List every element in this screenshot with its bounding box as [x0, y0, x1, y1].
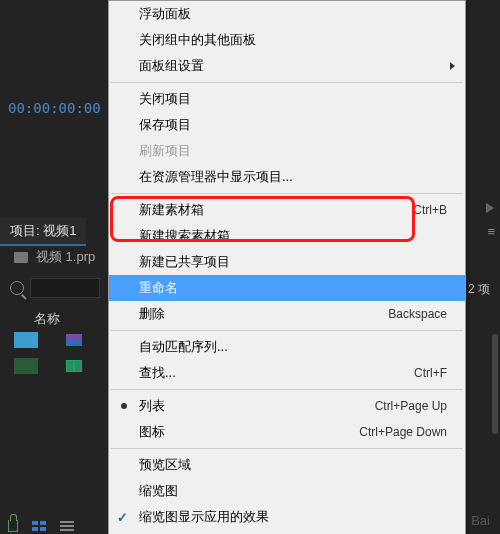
menu-list-view[interactable]: 列表Ctrl+Page Up — [109, 393, 465, 419]
search-input[interactable] — [30, 278, 100, 298]
menu-auto-match-seq[interactable]: 自动匹配序列... — [109, 334, 465, 360]
menu-separator — [111, 448, 463, 449]
menu-close-project[interactable]: 关闭项目 — [109, 86, 465, 112]
list-view-icon[interactable] — [32, 521, 46, 531]
search-icon[interactable] — [10, 281, 24, 295]
clip-thumbnail[interactable] — [14, 332, 38, 348]
scrollbar[interactable] — [492, 334, 498, 434]
menu-preview-area[interactable]: 预览区域 — [109, 452, 465, 478]
lock-icon[interactable] — [8, 520, 18, 532]
menu-delete[interactable]: 删除Backspace — [109, 301, 465, 327]
project-tab[interactable]: 项目: 视频1 — [0, 218, 86, 246]
chevron-right-icon — [450, 62, 455, 70]
menu-hover-scrub[interactable]: ✓悬停划动Shift+H — [109, 530, 465, 534]
bullet-icon — [121, 403, 127, 409]
clip-type-icon — [66, 360, 82, 372]
menu-rename[interactable]: 重命名 — [109, 275, 465, 301]
menu-thumb-effects[interactable]: ✓缩览图显示应用的效果 — [109, 504, 465, 530]
menu-panel-settings[interactable]: 面板组设置 — [109, 53, 465, 79]
menu-new-search-bin[interactable]: 新建搜索素材箱 — [109, 223, 465, 249]
menu-float-panel[interactable]: 浮动面板 — [109, 1, 465, 27]
context-menu: 浮动面板 关闭组中的其他面板 面板组设置 关闭项目 保存项目 刷新项目 在资源管… — [108, 0, 466, 534]
bin-icon — [14, 252, 28, 263]
menu-close-others[interactable]: 关闭组中的其他面板 — [109, 27, 465, 53]
menu-save-project[interactable]: 保存项目 — [109, 112, 465, 138]
panel-menu-icon[interactable]: ≡ — [487, 224, 496, 239]
menu-refresh-project: 刷新项目 — [109, 138, 465, 164]
items-count: 2 项 — [468, 281, 490, 298]
watermark: Bai — [471, 513, 490, 528]
timecode-label: 00:00:00:00 — [8, 100, 101, 116]
menu-find[interactable]: 查找...Ctrl+F — [109, 360, 465, 386]
menu-reveal-explorer[interactable]: 在资源管理器中显示项目... — [109, 164, 465, 190]
menu-separator — [111, 389, 463, 390]
icon-view-icon[interactable] — [60, 521, 74, 531]
menu-separator — [111, 82, 463, 83]
clip-thumbnail[interactable] — [14, 358, 38, 374]
project-filename: 视频 1.prp — [36, 248, 95, 266]
menu-icon-view[interactable]: 图标Ctrl+Page Down — [109, 419, 465, 445]
menu-thumbnails[interactable]: 缩览图 — [109, 478, 465, 504]
menu-new-shared-project[interactable]: 新建已共享项目 — [109, 249, 465, 275]
column-header-name[interactable]: 名称 — [34, 310, 60, 328]
menu-separator — [111, 193, 463, 194]
menu-new-bin[interactable]: 新建素材箱Ctrl+B — [109, 197, 465, 223]
check-icon: ✓ — [117, 510, 128, 525]
play-icon[interactable] — [486, 203, 494, 213]
clip-type-icon — [66, 334, 82, 346]
menu-separator — [111, 330, 463, 331]
